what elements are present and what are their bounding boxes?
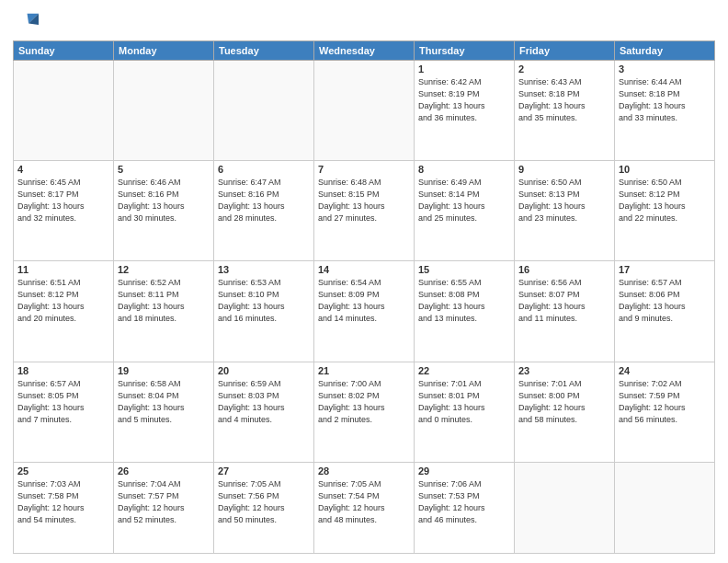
- day-number: 27: [218, 465, 310, 477]
- day-info: Sunrise: 7:05 AM Sunset: 7:56 PM Dayligh…: [218, 478, 310, 526]
- calendar-cell: [515, 462, 615, 553]
- day-number: 12: [118, 264, 210, 275]
- calendar-header-row: SundayMondayTuesdayWednesdayThursdayFrid…: [14, 41, 715, 61]
- calendar-cell: 19Sunrise: 6:58 AM Sunset: 8:04 PM Dayli…: [114, 362, 214, 462]
- calendar-cell: 22Sunrise: 7:01 AM Sunset: 8:01 PM Dayli…: [415, 362, 515, 462]
- day-info: Sunrise: 7:06 AM Sunset: 7:53 PM Dayligh…: [418, 478, 510, 526]
- day-info: Sunrise: 6:59 AM Sunset: 8:03 PM Dayligh…: [218, 378, 310, 426]
- day-number: 18: [17, 365, 109, 376]
- day-info: Sunrise: 7:05 AM Sunset: 7:54 PM Dayligh…: [318, 478, 410, 526]
- calendar-weekday-saturday: Saturday: [615, 41, 715, 61]
- day-info: Sunrise: 6:56 AM Sunset: 8:07 PM Dayligh…: [518, 277, 610, 325]
- calendar-cell: 11Sunrise: 6:51 AM Sunset: 8:12 PM Dayli…: [14, 261, 114, 362]
- calendar-cell: [314, 61, 415, 161]
- calendar-weekday-thursday: Thursday: [415, 41, 515, 61]
- day-number: 21: [318, 365, 410, 376]
- day-info: Sunrise: 7:03 AM Sunset: 7:58 PM Dayligh…: [17, 478, 109, 526]
- calendar-weekday-friday: Friday: [515, 41, 615, 61]
- calendar-cell: 14Sunrise: 6:54 AM Sunset: 8:09 PM Dayli…: [314, 261, 415, 362]
- day-info: Sunrise: 6:50 AM Sunset: 8:13 PM Dayligh…: [518, 177, 610, 224]
- day-info: Sunrise: 6:48 AM Sunset: 8:15 PM Dayligh…: [318, 177, 410, 224]
- day-info: Sunrise: 6:57 AM Sunset: 8:05 PM Dayligh…: [17, 378, 109, 426]
- calendar-cell: 7Sunrise: 6:48 AM Sunset: 8:15 PM Daylig…: [314, 161, 415, 261]
- day-info: Sunrise: 6:50 AM Sunset: 8:12 PM Dayligh…: [619, 177, 711, 224]
- day-number: 4: [17, 164, 109, 175]
- calendar-cell: [214, 61, 314, 161]
- calendar-row-0: 1Sunrise: 6:42 AM Sunset: 8:19 PM Daylig…: [14, 61, 715, 161]
- calendar-cell: 3Sunrise: 6:44 AM Sunset: 8:18 PM Daylig…: [615, 61, 715, 161]
- day-number: 26: [118, 465, 210, 477]
- calendar-row-1: 4Sunrise: 6:45 AM Sunset: 8:17 PM Daylig…: [14, 161, 715, 261]
- calendar-cell: 26Sunrise: 7:04 AM Sunset: 7:57 PM Dayli…: [114, 462, 214, 553]
- day-number: 13: [218, 264, 310, 275]
- day-number: 8: [418, 164, 510, 175]
- day-number: 29: [418, 465, 510, 477]
- day-info: Sunrise: 7:02 AM Sunset: 7:59 PM Dayligh…: [619, 378, 711, 426]
- day-number: 19: [118, 365, 210, 376]
- calendar-cell: [14, 61, 114, 161]
- day-info: Sunrise: 6:54 AM Sunset: 8:09 PM Dayligh…: [318, 277, 410, 325]
- calendar-cell: 6Sunrise: 6:47 AM Sunset: 8:16 PM Daylig…: [214, 161, 314, 261]
- day-number: 22: [418, 365, 510, 376]
- day-number: 9: [518, 164, 610, 175]
- calendar-cell: 28Sunrise: 7:05 AM Sunset: 7:54 PM Dayli…: [314, 462, 415, 553]
- day-number: 28: [318, 465, 410, 477]
- calendar-cell: 2Sunrise: 6:43 AM Sunset: 8:18 PM Daylig…: [515, 61, 615, 161]
- calendar-cell: 4Sunrise: 6:45 AM Sunset: 8:17 PM Daylig…: [14, 161, 114, 261]
- day-info: Sunrise: 6:45 AM Sunset: 8:17 PM Dayligh…: [17, 177, 109, 224]
- day-info: Sunrise: 6:46 AM Sunset: 8:16 PM Dayligh…: [118, 177, 210, 224]
- page: SundayMondayTuesdayWednesdayThursdayFrid…: [0, 0, 728, 563]
- calendar-cell: 27Sunrise: 7:05 AM Sunset: 7:56 PM Dayli…: [214, 462, 314, 553]
- calendar-cell: 25Sunrise: 7:03 AM Sunset: 7:58 PM Dayli…: [14, 462, 114, 553]
- calendar-cell: 12Sunrise: 6:52 AM Sunset: 8:11 PM Dayli…: [114, 261, 214, 362]
- day-info: Sunrise: 6:44 AM Sunset: 8:18 PM Dayligh…: [619, 76, 711, 124]
- day-number: 24: [619, 365, 711, 376]
- day-number: 14: [318, 264, 410, 275]
- calendar-table: SundayMondayTuesdayWednesdayThursdayFrid…: [13, 40, 715, 554]
- day-number: 5: [118, 164, 210, 175]
- calendar-cell: 20Sunrise: 6:59 AM Sunset: 8:03 PM Dayli…: [214, 362, 314, 462]
- day-info: Sunrise: 6:49 AM Sunset: 8:14 PM Dayligh…: [418, 177, 510, 224]
- day-number: 11: [17, 264, 109, 275]
- day-number: 20: [218, 365, 310, 376]
- day-info: Sunrise: 6:52 AM Sunset: 8:11 PM Dayligh…: [118, 277, 210, 325]
- day-number: 2: [518, 63, 610, 75]
- day-info: Sunrise: 7:01 AM Sunset: 8:00 PM Dayligh…: [518, 378, 610, 426]
- calendar-cell: 16Sunrise: 6:56 AM Sunset: 8:07 PM Dayli…: [515, 261, 615, 362]
- day-number: 23: [518, 365, 610, 376]
- logo: [13, 9, 40, 35]
- day-info: Sunrise: 6:57 AM Sunset: 8:06 PM Dayligh…: [619, 277, 711, 325]
- calendar-cell: 24Sunrise: 7:02 AM Sunset: 7:59 PM Dayli…: [615, 362, 715, 462]
- calendar-cell: 5Sunrise: 6:46 AM Sunset: 8:16 PM Daylig…: [114, 161, 214, 261]
- calendar-weekday-tuesday: Tuesday: [214, 41, 314, 61]
- day-info: Sunrise: 6:58 AM Sunset: 8:04 PM Dayligh…: [118, 378, 210, 426]
- calendar-cell: 23Sunrise: 7:01 AM Sunset: 8:00 PM Dayli…: [515, 362, 615, 462]
- day-number: 15: [418, 264, 510, 275]
- calendar-row-4: 25Sunrise: 7:03 AM Sunset: 7:58 PM Dayli…: [14, 462, 715, 553]
- day-number: 25: [17, 465, 109, 477]
- day-info: Sunrise: 7:04 AM Sunset: 7:57 PM Dayligh…: [118, 478, 210, 526]
- calendar-cell: 9Sunrise: 6:50 AM Sunset: 8:13 PM Daylig…: [515, 161, 615, 261]
- day-number: 16: [518, 264, 610, 275]
- calendar-cell: 18Sunrise: 6:57 AM Sunset: 8:05 PM Dayli…: [14, 362, 114, 462]
- day-number: 17: [619, 264, 711, 275]
- day-info: Sunrise: 6:51 AM Sunset: 8:12 PM Dayligh…: [17, 277, 109, 325]
- header: [13, 9, 715, 35]
- calendar-cell: 10Sunrise: 6:50 AM Sunset: 8:12 PM Dayli…: [615, 161, 715, 261]
- calendar-cell: 8Sunrise: 6:49 AM Sunset: 8:14 PM Daylig…: [415, 161, 515, 261]
- day-number: 6: [218, 164, 310, 175]
- day-number: 10: [619, 164, 711, 175]
- day-number: 3: [619, 63, 711, 75]
- day-number: 1: [418, 63, 510, 75]
- day-info: Sunrise: 7:00 AM Sunset: 8:02 PM Dayligh…: [318, 378, 410, 426]
- day-info: Sunrise: 6:42 AM Sunset: 8:19 PM Dayligh…: [418, 76, 510, 124]
- calendar-cell: [114, 61, 214, 161]
- calendar-row-2: 11Sunrise: 6:51 AM Sunset: 8:12 PM Dayli…: [14, 261, 715, 362]
- day-info: Sunrise: 6:53 AM Sunset: 8:10 PM Dayligh…: [218, 277, 310, 325]
- logo-icon: [13, 9, 39, 35]
- calendar-weekday-sunday: Sunday: [14, 41, 114, 61]
- calendar-cell: 1Sunrise: 6:42 AM Sunset: 8:19 PM Daylig…: [415, 61, 515, 161]
- day-info: Sunrise: 6:47 AM Sunset: 8:16 PM Dayligh…: [218, 177, 310, 224]
- calendar-cell: 17Sunrise: 6:57 AM Sunset: 8:06 PM Dayli…: [615, 261, 715, 362]
- calendar-cell: 15Sunrise: 6:55 AM Sunset: 8:08 PM Dayli…: [415, 261, 515, 362]
